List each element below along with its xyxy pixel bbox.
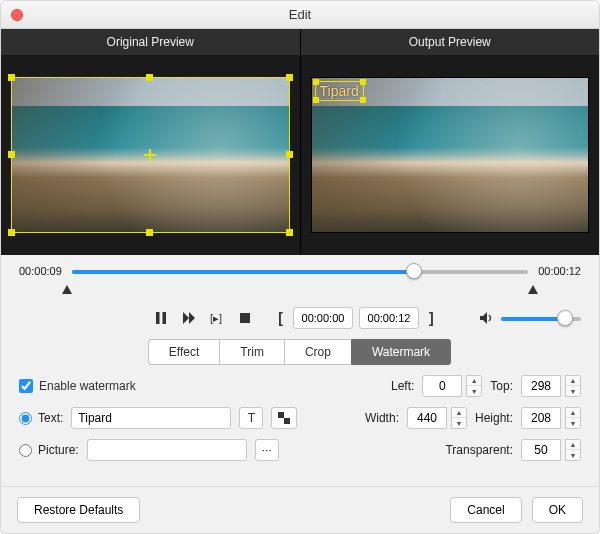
cancel-button[interactable]: Cancel bbox=[450, 497, 521, 523]
width-label: Width: bbox=[365, 411, 399, 425]
browse-icon[interactable]: ··· bbox=[255, 439, 279, 461]
wm-handle[interactable] bbox=[360, 79, 366, 85]
crop-handle[interactable] bbox=[286, 151, 293, 158]
set-in-icon[interactable]: [ bbox=[274, 308, 287, 328]
close-icon[interactable] bbox=[11, 9, 23, 21]
stepper-up-icon[interactable]: ▲ bbox=[467, 376, 481, 386]
enable-watermark-checkbox[interactable]: Enable watermark bbox=[19, 379, 136, 393]
svg-rect-1 bbox=[163, 312, 167, 324]
timeline-row: 00:00:09 00:00:12 bbox=[19, 265, 581, 277]
restore-defaults-button[interactable]: Restore Defaults bbox=[17, 497, 140, 523]
stepper-up-icon[interactable]: ▲ bbox=[566, 376, 580, 386]
tab-trim[interactable]: Trim bbox=[219, 339, 285, 365]
stepper-up-icon[interactable]: ▲ bbox=[452, 408, 466, 418]
titlebar: Edit bbox=[1, 1, 599, 29]
original-preview-label: Original Preview bbox=[1, 29, 301, 55]
svg-marker-2 bbox=[183, 312, 189, 324]
crop-handle[interactable] bbox=[8, 74, 15, 81]
wm-handle[interactable] bbox=[313, 79, 319, 85]
crop-handle[interactable] bbox=[286, 229, 293, 236]
watermark-text-field[interactable] bbox=[71, 407, 231, 429]
stepper-up-icon[interactable]: ▲ bbox=[566, 440, 580, 450]
crop-selection[interactable] bbox=[11, 77, 290, 233]
window-title: Edit bbox=[289, 7, 311, 22]
crop-center-icon[interactable] bbox=[144, 149, 156, 161]
height-field[interactable] bbox=[521, 407, 561, 429]
width-field[interactable] bbox=[407, 407, 447, 429]
trim-group: [ ] bbox=[274, 307, 437, 329]
transparent-label: Transparent: bbox=[445, 443, 513, 457]
output-preview-label: Output Preview bbox=[301, 29, 600, 55]
set-out-icon[interactable]: ] bbox=[425, 308, 438, 328]
trim-in-field[interactable] bbox=[293, 307, 353, 329]
pause-icon[interactable] bbox=[152, 309, 170, 327]
picture-radio-input[interactable] bbox=[19, 444, 32, 457]
watermark-text: Tipard bbox=[316, 82, 363, 100]
picture-radio-label: Picture: bbox=[38, 443, 79, 457]
crop-handle[interactable] bbox=[8, 151, 15, 158]
preview-headers: Original Preview Output Preview bbox=[1, 29, 599, 55]
original-preview[interactable] bbox=[1, 55, 300, 255]
volume-group bbox=[477, 309, 581, 327]
stepper-down-icon[interactable]: ▼ bbox=[566, 386, 580, 396]
range-markers bbox=[67, 287, 533, 297]
stepper-down-icon[interactable]: ▼ bbox=[566, 450, 580, 460]
stepper-up-icon[interactable]: ▲ bbox=[566, 408, 580, 418]
speaker-icon[interactable] bbox=[477, 309, 495, 327]
in-marker-icon[interactable] bbox=[62, 285, 72, 294]
stepper-down-icon[interactable]: ▼ bbox=[566, 418, 580, 428]
svg-rect-7 bbox=[278, 412, 284, 418]
svg-rect-5 bbox=[240, 313, 250, 323]
text-color-icon[interactable] bbox=[271, 407, 297, 429]
output-preview[interactable]: Tipard bbox=[300, 55, 600, 255]
preview-area: Tipard bbox=[1, 55, 599, 255]
svg-rect-8 bbox=[284, 418, 290, 424]
seek-thumb[interactable] bbox=[406, 263, 422, 279]
text-radio-input[interactable] bbox=[19, 412, 32, 425]
edit-window: Edit Original Preview Output Preview Ti bbox=[0, 0, 600, 534]
crop-handle[interactable] bbox=[8, 229, 15, 236]
enable-watermark-label: Enable watermark bbox=[39, 379, 136, 393]
ok-button[interactable]: OK bbox=[532, 497, 583, 523]
text-radio[interactable]: Text: bbox=[19, 411, 63, 425]
wm-handle[interactable] bbox=[313, 97, 319, 103]
stepper-down-icon[interactable]: ▼ bbox=[452, 418, 466, 428]
playback-row: [▸] [ ] bbox=[19, 307, 581, 329]
svg-rect-0 bbox=[156, 312, 160, 324]
enable-watermark-input[interactable] bbox=[19, 379, 33, 393]
fast-forward-icon[interactable] bbox=[180, 309, 198, 327]
volume-thumb[interactable] bbox=[557, 310, 573, 326]
trim-out-field[interactable] bbox=[359, 307, 419, 329]
svg-text:[▸]: [▸] bbox=[210, 312, 222, 324]
tabs: EffectTrimCropWatermark bbox=[19, 339, 581, 365]
picture-path-field[interactable] bbox=[87, 439, 247, 461]
out-marker-icon[interactable] bbox=[528, 285, 538, 294]
svg-marker-6 bbox=[480, 312, 487, 324]
seek-slider[interactable] bbox=[72, 266, 528, 276]
transparent-field[interactable] bbox=[521, 439, 561, 461]
top-field[interactable] bbox=[521, 375, 561, 397]
stepper-down-icon[interactable]: ▼ bbox=[467, 386, 481, 396]
current-time: 00:00:09 bbox=[19, 265, 62, 277]
crop-handle[interactable] bbox=[146, 74, 153, 81]
crop-handle[interactable] bbox=[146, 229, 153, 236]
crop-handle[interactable] bbox=[286, 74, 293, 81]
wm-handle[interactable] bbox=[360, 97, 366, 103]
frame-step-icon[interactable]: [▸] bbox=[208, 309, 226, 327]
controls-panel: 00:00:09 00:00:12 [▸] [ ] bbox=[1, 255, 599, 486]
tab-crop[interactable]: Crop bbox=[284, 339, 352, 365]
picture-radio[interactable]: Picture: bbox=[19, 443, 79, 457]
watermark-overlay[interactable]: Tipard bbox=[315, 81, 364, 101]
stop-icon[interactable] bbox=[236, 309, 254, 327]
height-label: Height: bbox=[475, 411, 513, 425]
duration-time: 00:00:12 bbox=[538, 265, 581, 277]
left-field[interactable] bbox=[422, 375, 462, 397]
tab-watermark[interactable]: Watermark bbox=[351, 339, 451, 365]
picture-row: Picture: ··· Transparent: ▲▼ bbox=[19, 439, 581, 461]
enable-row: Enable watermark Left: ▲▼ Top: ▲▼ bbox=[19, 375, 581, 397]
top-label: Top: bbox=[490, 379, 513, 393]
text-radio-label: Text: bbox=[38, 411, 63, 425]
volume-slider[interactable] bbox=[501, 313, 581, 323]
text-style-icon[interactable]: T bbox=[239, 407, 263, 429]
tab-effect[interactable]: Effect bbox=[148, 339, 220, 365]
